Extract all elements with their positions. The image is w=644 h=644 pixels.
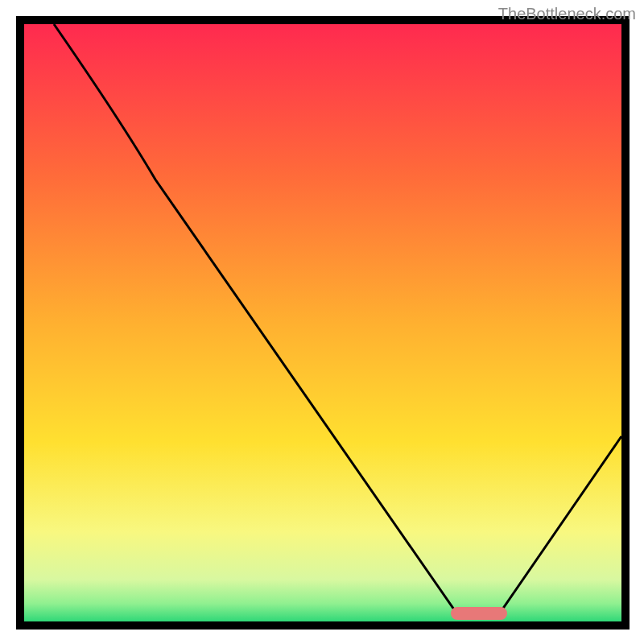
optimal-marker: [451, 607, 507, 620]
watermark-text: TheBottleneck.com: [498, 5, 636, 23]
chart-container: { "watermark": "TheBottleneck.com", "cha…: [0, 0, 644, 644]
bottleneck-chart: [0, 0, 644, 644]
